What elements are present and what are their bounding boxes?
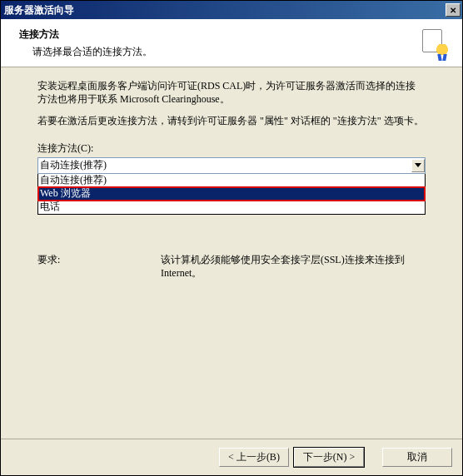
next-button[interactable]: 下一步(N) > <box>294 448 364 467</box>
wizard-window: 服务器激活向导 ✕ 连接方法 请选择最合适的连接方法。 安装远程桌面服务客户端访… <box>0 0 463 476</box>
requirements-row: 要求: 该计算机必须能够使用安全套接字层(SSL)连接来连接到 Internet… <box>37 253 426 280</box>
close-button[interactable]: ✕ <box>446 3 461 17</box>
back-button[interactable]: < 上一步(B) <box>219 448 289 467</box>
chevron-down-icon <box>411 159 425 172</box>
connection-method-combobox[interactable]: 自动连接(推荐) <box>37 157 426 174</box>
combobox-selected-value: 自动连接(推荐) <box>40 158 107 172</box>
window-title: 服务器激活向导 <box>4 3 74 17</box>
info-paragraph-2: 若要在激活后更改连接方法，请转到许可证服务器 "属性" 对话框的 "连接方法" … <box>37 114 426 127</box>
titlebar: 服务器激活向导 ✕ <box>1 1 462 19</box>
close-icon: ✕ <box>450 6 456 15</box>
connection-method-dropdown: 自动连接(推荐) Web 浏览器 电话 <box>37 174 426 215</box>
cancel-button[interactable]: 取消 <box>382 448 452 467</box>
info-paragraph-1: 安装远程桌面服务客户端访问许可证(RDS CAL)时，为许可证服务器激活而选择的… <box>37 79 426 106</box>
connection-method-label: 连接方法(C): <box>37 141 426 156</box>
certificate-icon <box>419 27 449 57</box>
option-web-browser[interactable]: Web 浏览器 <box>38 187 425 201</box>
header-text: 连接方法 请选择最合适的连接方法。 <box>19 27 152 59</box>
wizard-header: 连接方法 请选择最合适的连接方法。 <box>1 19 462 67</box>
requirements-label: 要求: <box>37 253 161 280</box>
wizard-body: 安装远程桌面服务客户端访问许可证(RDS CAL)时，为许可证服务器激活而选择的… <box>1 67 462 439</box>
option-auto-connect[interactable]: 自动连接(推荐) <box>38 174 425 187</box>
wizard-footer: < 上一步(B) 下一步(N) > 取消 <box>1 439 462 475</box>
header-title: 连接方法 <box>19 27 152 42</box>
header-subtitle: 请选择最合适的连接方法。 <box>19 45 152 59</box>
option-telephone[interactable]: 电话 <box>38 201 425 214</box>
requirements-text: 该计算机必须能够使用安全套接字层(SSL)连接来连接到 Internet。 <box>161 253 426 280</box>
